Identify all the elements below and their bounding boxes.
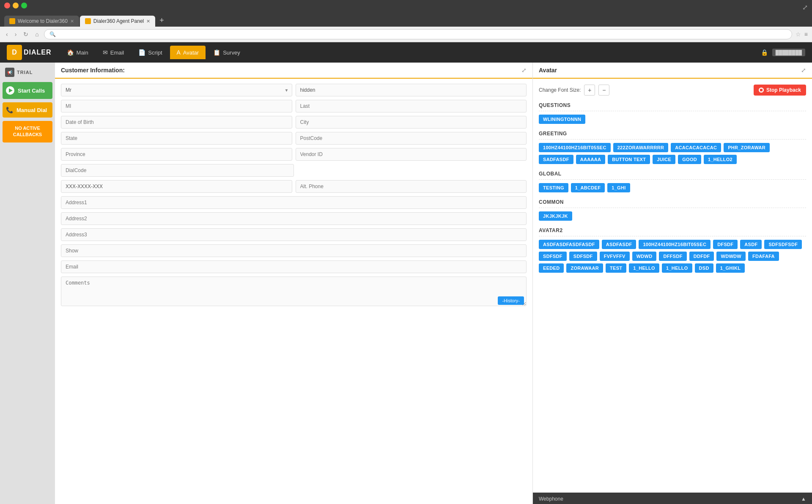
tag-1-0[interactable]: 100HZ44100HZ16BIT05SEC: [539, 143, 611, 152]
nav-item-survey[interactable]: 📋 Survey: [206, 46, 247, 59]
avatar-section-common: COMMONJKJKJKJK: [539, 199, 806, 221]
address-input[interactable]: [58, 31, 787, 37]
tag-2-2[interactable]: 1_GHI: [607, 183, 630, 192]
close-traffic-light[interactable]: [4, 3, 10, 8]
customer-panel-title: Customer Information:: [61, 67, 125, 74]
tag-4-1[interactable]: ASDFASDF: [602, 240, 636, 249]
tag-1-4[interactable]: SADFASDF: [539, 155, 573, 164]
tag-4-6[interactable]: SDFSDF: [539, 252, 567, 261]
address2-input[interactable]: [61, 212, 527, 225]
avatar-sections: QUESTIONSWLININGTONNNGREETING100HZ44100H…: [539, 102, 806, 273]
tag-4-16[interactable]: TEST: [606, 263, 626, 273]
survey-nav-icon: 📋: [213, 49, 220, 56]
tag-4-19[interactable]: DSD: [695, 263, 713, 273]
dialcode-spacer: [297, 164, 527, 177]
show-input[interactable]: [61, 244, 527, 257]
city-input[interactable]: [296, 116, 527, 129]
tag-4-20[interactable]: 1_GHIKL: [716, 263, 745, 273]
state-input[interactable]: [61, 132, 292, 145]
email-row: [61, 260, 527, 273]
tag-1-7[interactable]: JUICE: [653, 155, 675, 164]
customer-panel-header: Customer Information: ⤢: [55, 63, 532, 79]
tag-3-0[interactable]: JKJKJKJK: [539, 211, 572, 221]
tab-label-welcome: Welcome to Dialer360: [18, 18, 68, 24]
alt-phone-input[interactable]: [296, 180, 527, 193]
dialcode-input[interactable]: [61, 164, 294, 177]
nav-item-email[interactable]: ✉ Email: [96, 46, 131, 59]
webphone-expand-icon[interactable]: ▲: [801, 496, 806, 502]
maximize-traffic-light[interactable]: [21, 3, 27, 8]
stop-playback-button[interactable]: Stop Playback: [754, 85, 806, 96]
tag-4-13[interactable]: FDAFAFA: [748, 252, 779, 261]
salutation-select[interactable]: Mr Mrs Ms Dr: [61, 84, 292, 96]
address3-input[interactable]: [61, 228, 527, 241]
section-label-1: GREETING: [539, 131, 806, 140]
email-input[interactable]: [61, 260, 527, 273]
no-callbacks-button[interactable]: NO ACTIVE CALLBACKS: [3, 121, 52, 142]
nav-item-script[interactable]: 📄 Script: [132, 46, 169, 59]
tag-4-17[interactable]: 1_HELLO: [629, 263, 659, 273]
start-calls-button[interactable]: Start Calls: [3, 82, 52, 99]
minimize-traffic-light[interactable]: [13, 3, 19, 8]
tag-4-14[interactable]: EEDED: [539, 263, 564, 273]
tab-close-agent[interactable]: ✕: [146, 19, 150, 24]
forward-button[interactable]: ›: [13, 30, 19, 38]
tag-4-2[interactable]: 100HZ44100HZ16BIT05SEC: [639, 240, 710, 249]
tag-4-5[interactable]: SDFSDFSDF: [764, 240, 802, 249]
nav-item-avatar[interactable]: A Avatar: [170, 46, 206, 59]
customer-panel-expand-icon[interactable]: ⤢: [521, 67, 527, 74]
manual-dial-button[interactable]: 📞 Manual Dial: [3, 102, 52, 118]
tag-4-7[interactable]: SDFSDF: [569, 252, 597, 261]
phone-input[interactable]: [61, 180, 292, 193]
tag-4-11[interactable]: DDFDF: [689, 252, 714, 261]
dial-icon: 📞: [6, 107, 13, 113]
comments-textarea[interactable]: [61, 277, 527, 306]
history-button[interactable]: -History-: [498, 296, 524, 305]
mi-input[interactable]: [61, 100, 292, 112]
tag-1-6[interactable]: BUTTON TEXT: [608, 155, 650, 164]
font-decrease-button[interactable]: −: [598, 85, 609, 96]
tag-4-18[interactable]: 1_HELLO: [662, 263, 692, 273]
browser-tab-welcome[interactable]: Welcome to Dialer360 ✕: [4, 16, 79, 27]
tag-1-5[interactable]: AAAAAA: [576, 155, 605, 164]
browser-tab-agent[interactable]: Dialer360 Agent Panel ✕: [80, 16, 155, 27]
tag-4-12[interactable]: WDWDW: [716, 252, 746, 261]
tag-1-9[interactable]: 1_HELLO2: [704, 155, 737, 164]
province-input[interactable]: [61, 148, 292, 161]
tag-4-0[interactable]: ASDFASDFASDFASDF: [539, 240, 599, 249]
browser-expand-icon[interactable]: ⤢: [802, 3, 808, 11]
menu-icon[interactable]: ≡: [804, 31, 808, 38]
nav-item-main[interactable]: 🏠 Main: [60, 46, 95, 59]
tag-1-2[interactable]: ACACACACACAC: [671, 143, 721, 152]
home-button[interactable]: ⌂: [33, 30, 40, 38]
tags-row-0: WLININGTONNN: [539, 115, 806, 124]
tag-2-0[interactable]: TESTING: [539, 183, 568, 192]
tag-0-0[interactable]: WLININGTONNN: [539, 115, 585, 124]
tag-1-3[interactable]: PHR_ZORAWAR: [724, 143, 770, 152]
mi-group: [61, 100, 292, 112]
tag-4-15[interactable]: ZORAWAAR: [566, 263, 603, 273]
address1-input[interactable]: [61, 196, 527, 209]
tag-4-3[interactable]: DFSDF: [713, 240, 738, 249]
postcode-input[interactable]: [296, 132, 527, 145]
tag-1-8[interactable]: GOOD: [678, 155, 701, 164]
last-name-input[interactable]: [296, 100, 527, 112]
tag-4-9[interactable]: WDWD: [632, 252, 657, 261]
dob-input[interactable]: [61, 116, 292, 129]
tag-1-1[interactable]: 222ZORAWARRRRR: [613, 143, 669, 152]
font-increase-button[interactable]: +: [584, 85, 595, 96]
start-calls-label: Start Calls: [18, 88, 45, 94]
tab-icon-welcome: [9, 18, 15, 24]
tag-2-1[interactable]: 1_ABCDEF: [571, 183, 605, 192]
email-nav-icon: ✉: [103, 49, 108, 56]
avatar-expand-icon[interactable]: ⤢: [801, 67, 806, 74]
reload-button[interactable]: ↻: [22, 30, 30, 38]
tag-4-4[interactable]: ASDF: [740, 240, 762, 249]
vendor-id-input[interactable]: [296, 148, 527, 161]
tag-4-8[interactable]: FVFVFFV: [600, 252, 630, 261]
back-button[interactable]: ‹: [4, 30, 10, 38]
first-name-input[interactable]: [296, 84, 527, 96]
new-tab-button[interactable]: +: [156, 14, 167, 27]
tag-4-10[interactable]: DFFSDF: [659, 252, 686, 261]
tab-close-welcome[interactable]: ✕: [70, 19, 74, 24]
